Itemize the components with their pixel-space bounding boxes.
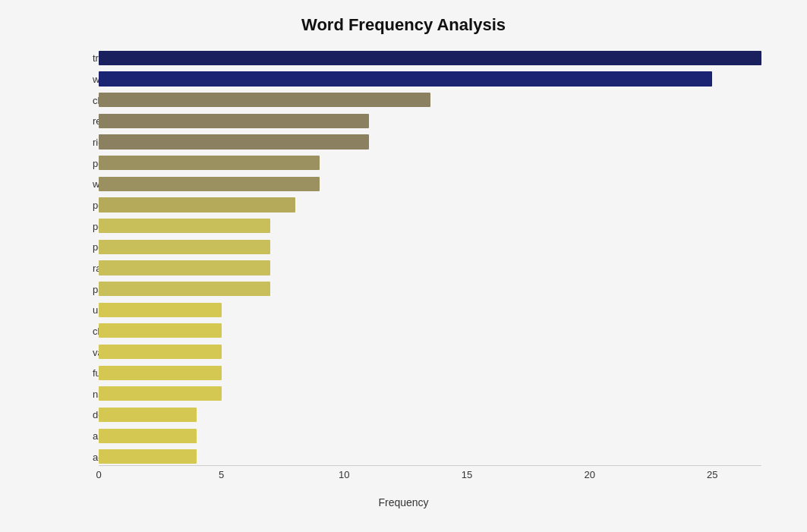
chart-area: trumpwhitechristianrepublicanrightpeople… — [99, 49, 761, 489]
bar-fill — [99, 386, 222, 401]
bar-label: white — [93, 73, 99, 84]
bar-label: right — [93, 136, 99, 147]
bar-row: fundamentalist — [99, 364, 761, 382]
bar-fill — [99, 429, 197, 443]
bar-outer — [99, 405, 761, 424]
bar-row: racism — [99, 259, 761, 278]
bar-fill — [99, 219, 270, 233]
bar-fill — [99, 345, 222, 359]
bar-fill — [99, 449, 197, 464]
bar-row: christian — [99, 90, 761, 109]
bar-outer — [99, 112, 761, 131]
bar-fill — [99, 71, 712, 86]
bar-row: america — [99, 427, 761, 445]
bar-row: power — [99, 196, 761, 215]
bar-fill — [99, 93, 430, 107]
bar-label: trump — [93, 52, 99, 64]
bar-outer — [99, 133, 761, 152]
bar-fill — [99, 51, 761, 65]
bar-label: power — [93, 199, 99, 210]
bar-label: party — [93, 283, 99, 294]
bar-outer — [99, 153, 761, 172]
bar-outer — [99, 49, 761, 68]
bar-label: demographic — [93, 409, 99, 420]
bar-row: understand — [99, 301, 761, 320]
bar-row: population — [99, 216, 761, 235]
bar-label: wing — [93, 178, 99, 190]
bar-outer — [99, 238, 761, 257]
bar-fill — [99, 323, 222, 338]
bar-row: party — [99, 279, 761, 298]
bar-outer — [99, 301, 761, 320]
bar-label: nationalists — [93, 388, 99, 399]
x-tick: 20 — [584, 469, 594, 480]
bar-outer — [99, 364, 761, 382]
bar-row: trump — [99, 49, 761, 68]
bar-row: claim — [99, 322, 761, 341]
bar-outer — [99, 259, 761, 278]
x-tick: 10 — [339, 469, 349, 480]
x-tick: 5 — [219, 469, 224, 480]
bar-outer — [99, 447, 761, 466]
bar-fill — [99, 240, 270, 254]
bar-label: political — [93, 241, 99, 253]
bar-fill — [99, 366, 222, 380]
bar-fill — [99, 134, 369, 149]
x-tick: 15 — [462, 469, 472, 480]
bar-row: wing — [99, 175, 761, 194]
bar-label: understand — [93, 304, 99, 316]
bar-row: republican — [99, 112, 761, 131]
bar-fill — [99, 408, 197, 422]
bar-row: white — [99, 70, 761, 89]
bar-fill — [99, 177, 320, 191]
bar-label: fundamentalist — [93, 367, 99, 379]
bar-label: republican — [93, 115, 99, 127]
bar-fill — [99, 260, 270, 275]
bar-label: america — [93, 430, 99, 442]
bar-row: people — [99, 153, 761, 172]
bar-outer — [99, 90, 761, 109]
bar-outer — [99, 70, 761, 89]
bar-outer — [99, 322, 761, 341]
bar-outer — [99, 196, 761, 215]
x-tick: 25 — [707, 469, 717, 480]
bar-label: racism — [93, 262, 99, 273]
bar-label: population — [93, 220, 99, 231]
bar-row: agenda — [99, 447, 761, 466]
bar-row: right — [99, 133, 761, 152]
bar-fill — [99, 197, 295, 212]
bar-fill — [99, 114, 369, 128]
bar-label: claim — [93, 325, 99, 336]
bar-row: demographic — [99, 405, 761, 424]
bar-row: nationalists — [99, 385, 761, 404]
bar-label: vance — [93, 346, 99, 357]
bar-fill — [99, 156, 320, 170]
bar-outer — [99, 216, 761, 235]
bar-label: agenda — [93, 451, 99, 462]
x-axis: 0510152025 — [99, 466, 761, 489]
bar-outer — [99, 279, 761, 298]
bar-outer — [99, 385, 761, 404]
bar-label: people — [93, 157, 99, 168]
bar-label: christian — [93, 94, 99, 105]
bar-fill — [99, 282, 270, 296]
bar-fill — [99, 303, 222, 317]
x-tick: 0 — [96, 469, 101, 480]
bars-wrapper: trumpwhitechristianrepublicanrightpeople… — [99, 49, 761, 466]
x-axis-label: Frequency — [46, 496, 761, 508]
bar-row: political — [99, 238, 761, 257]
chart-container: Word Frequency Analysis trumpwhitechrist… — [0, 0, 807, 532]
bar-row: vance — [99, 342, 761, 361]
bar-outer — [99, 427, 761, 445]
chart-title: Word Frequency Analysis — [46, 15, 761, 35]
bar-outer — [99, 175, 761, 194]
bar-outer — [99, 342, 761, 361]
